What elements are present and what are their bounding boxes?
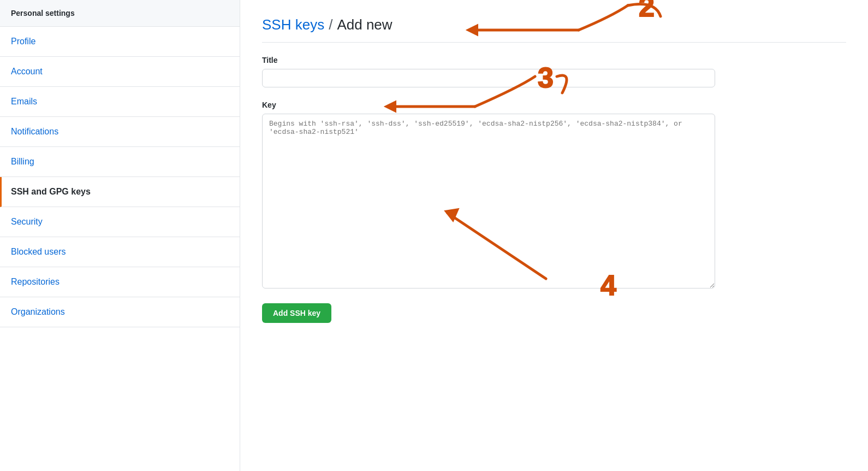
- sidebar-link-account[interactable]: Account: [0, 57, 240, 86]
- add-ssh-key-button[interactable]: Add SSH key: [262, 303, 331, 323]
- breadcrumb-current: Add new: [337, 16, 392, 33]
- sidebar-item-security[interactable]: Security: [0, 207, 240, 237]
- sidebar-item-account[interactable]: Account: [0, 57, 240, 87]
- key-textarea[interactable]: [262, 114, 715, 289]
- sidebar-item-blocked-users[interactable]: Blocked users: [0, 237, 240, 267]
- sidebar-link-repositories[interactable]: Repositories: [0, 267, 240, 297]
- sidebar-link-emails[interactable]: Emails: [0, 87, 240, 116]
- title-form-group: Title: [262, 56, 846, 87]
- title-input[interactable]: [262, 69, 715, 87]
- sidebar-link-blocked-users[interactable]: Blocked users: [0, 237, 240, 267]
- sidebar-item-ssh-gpg-keys[interactable]: SSH and GPG keys: [0, 177, 240, 207]
- sidebar-item-repositories[interactable]: Repositories: [0, 267, 240, 297]
- key-label: Key: [262, 101, 846, 109]
- sidebar-link-ssh-gpg-keys[interactable]: SSH and GPG keys: [2, 177, 240, 207]
- sidebar-nav: Profile Account Emails Notifications Bil…: [0, 27, 240, 327]
- sidebar-item-billing[interactable]: Billing: [0, 147, 240, 177]
- breadcrumb-parent-link[interactable]: SSH keys: [262, 16, 324, 33]
- sidebar-link-notifications[interactable]: Notifications: [0, 117, 240, 146]
- main-content: SSH keys / Add new Title Key Add SSH key…: [240, 0, 868, 471]
- sidebar-link-organizations[interactable]: Organizations: [0, 297, 240, 327]
- sidebar-item-profile[interactable]: Profile: [0, 27, 240, 57]
- breadcrumb-separator: /: [329, 16, 332, 33]
- sidebar-header: Personal settings: [0, 0, 240, 27]
- sidebar-item-organizations[interactable]: Organizations: [0, 297, 240, 327]
- sidebar-link-billing[interactable]: Billing: [0, 147, 240, 176]
- sidebar-item-notifications[interactable]: Notifications: [0, 117, 240, 147]
- key-form-group: Key: [262, 101, 846, 290]
- sidebar-item-emails[interactable]: Emails: [0, 87, 240, 117]
- sidebar-link-profile[interactable]: Profile: [0, 27, 240, 56]
- title-label: Title: [262, 56, 846, 64]
- page-header: SSH keys / Add new: [262, 16, 846, 43]
- sidebar: Personal settings Profile Account Emails…: [0, 0, 240, 471]
- sidebar-link-security[interactable]: Security: [0, 207, 240, 237]
